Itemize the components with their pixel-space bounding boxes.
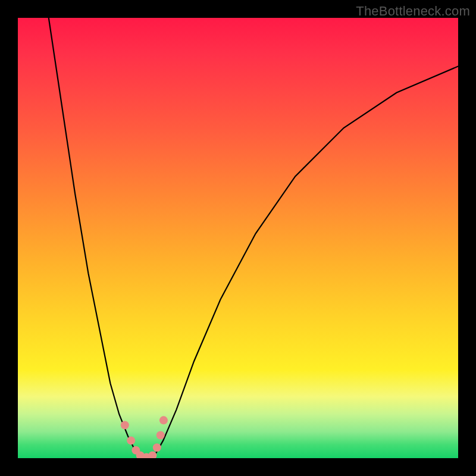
curve-layer [18, 18, 458, 458]
watermark-text: TheBottleneck.com [356, 4, 470, 19]
plot-area [18, 18, 458, 458]
curve-right-branch [154, 66, 458, 456]
highlight-dot [121, 421, 129, 430]
highlight-dot [159, 416, 168, 424]
highlight-dot [148, 452, 156, 458]
highlight-dot [156, 431, 165, 440]
highlight-dot [127, 436, 135, 444]
chart-frame: TheBottleneck.com [0, 0, 476, 476]
highlight-dot [153, 443, 161, 452]
curve-left-branch [49, 18, 139, 456]
